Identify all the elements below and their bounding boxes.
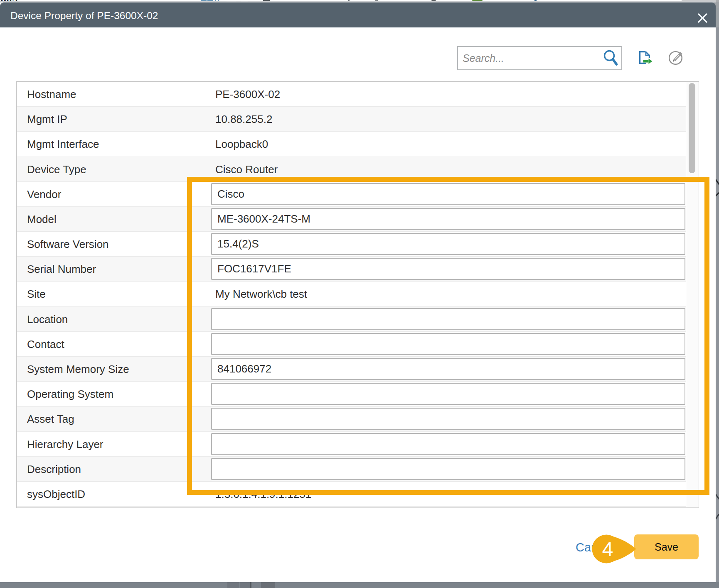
svg-text:4: 4 bbox=[602, 538, 613, 560]
